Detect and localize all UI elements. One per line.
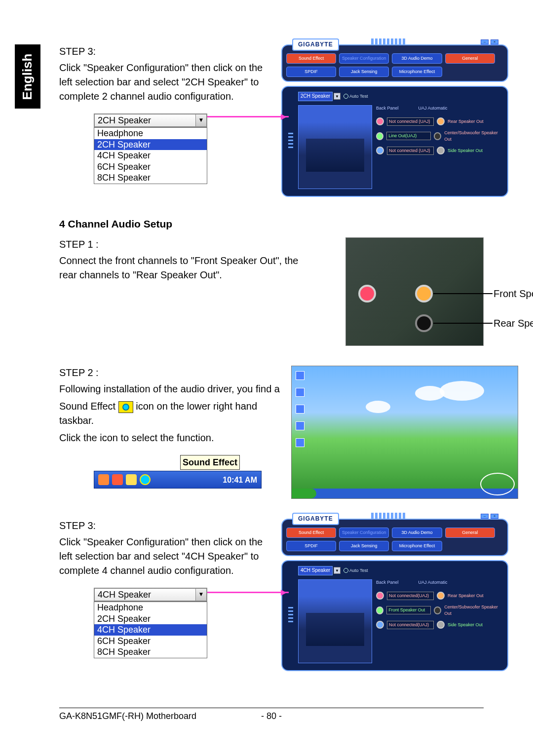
room-preview: [298, 105, 372, 189]
step2-body-d: Click the icon to select the function.: [59, 431, 281, 445]
sound-effect-tray-icon[interactable]: [140, 474, 151, 485]
minimize-button[interactable]: –: [481, 514, 489, 519]
arrow-indicator: [207, 592, 289, 593]
jack-status: Front Speaker Out: [386, 606, 431, 614]
jack-label: Center/Subwoofer Speaker Out: [444, 604, 502, 617]
room-preview: [298, 579, 372, 663]
jack-icon: [434, 606, 441, 614]
speaker-combo-2ch[interactable]: 2CH Speaker ▼: [94, 113, 207, 127]
language-tab: English: [15, 44, 40, 109]
tab-general[interactable]: General: [445, 528, 495, 538]
tray-icon[interactable]: [98, 474, 109, 485]
speaker-combo-4ch[interactable]: 4CH Speaker ▼: [94, 588, 207, 602]
desktop-icons: [296, 371, 305, 447]
jack-icon: [376, 147, 384, 154]
back-panel-label: Back Panel: [376, 579, 399, 586]
chevron-down-icon[interactable]: ▼: [195, 589, 206, 601]
step3-body: Click "Speaker Configuration" then click…: [59, 61, 271, 104]
system-tray: 10:41 AM: [94, 471, 262, 489]
step2-4ch-text: STEP 2 : Following installation of the a…: [59, 366, 281, 489]
chevron-down-icon[interactable]: ▼: [334, 567, 341, 574]
jack-icon: [434, 132, 441, 140]
tab-general[interactable]: General: [445, 53, 495, 64]
combo-option[interactable]: 6CH Speaker: [94, 636, 207, 647]
jack-label: Side Speaker Out: [448, 622, 483, 628]
jack-status: Not connected (UAJ): [387, 117, 434, 126]
step3-4ch-text: STEP 3: Click "Speaker Configuration" th…: [59, 519, 271, 658]
speaker-combo-4ch-list[interactable]: Headphone 2CH Speaker 4CH Speaker 6CH Sp…: [94, 602, 207, 658]
combo-option[interactable]: Headphone: [94, 602, 207, 613]
tab-spdif[interactable]: SPDIF: [286, 541, 336, 551]
jack-label: Rear Speaker Out: [448, 593, 484, 599]
speaker-combo-2ch-list[interactable]: Headphone 2CH Speaker 4CH Speaker 6CH Sp…: [94, 127, 207, 184]
footer-product: GA-K8N51GMF(-RH) Motherboard: [59, 711, 196, 721]
tab-sound-effect[interactable]: Sound Effect: [286, 53, 336, 64]
back-panel-label: Back Panel: [376, 105, 399, 112]
step1-label: STEP 1 :: [59, 237, 306, 252]
tab-jack-sensing[interactable]: Jack Sensing: [339, 541, 389, 551]
close-button[interactable]: ×: [491, 39, 498, 44]
start-button[interactable]: [292, 489, 316, 498]
jack-icon: [437, 592, 445, 600]
rear-speaker-label: Rear Speaker Out: [494, 316, 533, 331]
minimize-button[interactable]: –: [481, 39, 489, 44]
jack-icon: [437, 117, 445, 125]
combo-option[interactable]: 4CH Speaker: [94, 624, 207, 636]
chevron-down-icon[interactable]: ▼: [334, 93, 341, 100]
leader-line: [433, 323, 493, 324]
front-speaker-label: Front Speaker Out: [494, 287, 533, 301]
uaj-label: UAJ Automatic: [419, 105, 448, 112]
combo-option[interactable]: 8CH Speaker: [94, 172, 207, 184]
tab-mic-effect[interactable]: Microphone Effect: [392, 541, 442, 551]
step2-body-b: Sound Effect: [59, 401, 115, 412]
uaj-label: UAJ Automatic: [419, 579, 448, 586]
combo-option[interactable]: Headphone: [94, 128, 207, 139]
tab-speaker-config[interactable]: Speaker Configuration: [339, 53, 389, 64]
port-pink-icon: [358, 285, 376, 302]
step3-label: STEP 3:: [59, 44, 271, 59]
titlebar-drag[interactable]: [371, 38, 468, 44]
close-button[interactable]: ×: [491, 514, 498, 519]
jack-icon: [376, 132, 383, 140]
step3-body: Click "Speaker Configuration" then click…: [59, 535, 271, 578]
highlight-circle: [480, 473, 515, 495]
step1-4ch-text: STEP 1 : Connect the front channels to "…: [59, 237, 306, 282]
tab-3d-audio[interactable]: 3D Audio Demo: [392, 528, 442, 538]
speaker-mode-select[interactable]: 2CH Speaker: [298, 92, 333, 101]
tray-icon[interactable]: [112, 474, 123, 485]
tab-speaker-config[interactable]: Speaker Configuration: [339, 528, 389, 538]
combo-option[interactable]: 2CH Speaker: [94, 139, 207, 151]
sound-effect-icon: [118, 401, 133, 413]
gigabyte-logo: GIGABYTE: [292, 38, 339, 51]
language-label: English: [20, 53, 36, 100]
combo-option[interactable]: 8CH Speaker: [94, 646, 207, 658]
tab-mic-effect[interactable]: Microphone Effect: [392, 67, 442, 77]
combo-option[interactable]: 2CH Speaker: [94, 613, 207, 625]
combo-selected: 2CH Speaker: [95, 113, 195, 127]
audio-config-panel-4ch: GIGABYTE – × Sound Effect Speaker Config…: [281, 519, 508, 671]
speaker-mode-select[interactable]: 4CH Speaker: [298, 566, 333, 575]
tab-spdif[interactable]: SPDIF: [286, 67, 336, 77]
jack-icon: [437, 147, 445, 154]
tab-3d-audio[interactable]: 3D Audio Demo: [392, 53, 442, 64]
chevron-down-icon[interactable]: ▼: [195, 114, 206, 126]
combo-selected: 4CH Speaker: [95, 588, 195, 602]
port-orange-icon: [415, 285, 433, 302]
titlebar-drag[interactable]: [371, 513, 468, 519]
tab-jack-sensing[interactable]: Jack Sensing: [339, 67, 389, 77]
sound-effect-tooltip: Sound Effect: [180, 455, 240, 470]
combo-option[interactable]: 4CH Speaker: [94, 150, 207, 161]
combo-option[interactable]: 6CH Speaker: [94, 161, 207, 173]
ports-photo: [345, 237, 484, 346]
volume-rail[interactable]: [287, 92, 294, 189]
auto-test-button[interactable]: Auto Test: [343, 93, 368, 100]
tray-icon[interactable]: [126, 474, 137, 485]
gigabyte-logo: GIGABYTE: [292, 513, 339, 525]
desktop-screenshot: [291, 366, 518, 499]
tab-sound-effect[interactable]: Sound Effect: [286, 528, 336, 538]
section-heading-4ch: 4 Channel Audio Setup: [59, 217, 484, 231]
arrow-indicator: [207, 116, 289, 117]
port-black-icon: [415, 314, 433, 332]
auto-test-button[interactable]: Auto Test: [343, 567, 368, 574]
volume-rail[interactable]: [287, 566, 294, 663]
